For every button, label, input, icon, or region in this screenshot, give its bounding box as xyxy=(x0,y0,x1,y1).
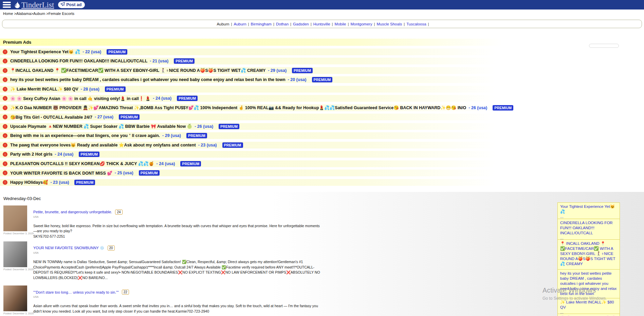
premium-ad-link[interactable]: ✨ Lake Merritt INCALL✨ $80 QV xyxy=(10,86,78,92)
sidebar-ad-link[interactable]: 📍 INCALL OAKLAND 📍 ✅FACETIME/CAR✅ WITH A… xyxy=(560,241,617,266)
premium-ad-row: ↑📍INCALL OAKLAND 📍 ✅FACETIME/CAR✅ WITH A… xyxy=(0,67,644,74)
premium-badge: PREMIUM xyxy=(174,58,195,64)
listing-title-link[interactable]: YOUR NEW FAVORITE SNOWBUNNY ❄️ xyxy=(33,246,105,250)
city-link-birmingham[interactable]: Birmingham xyxy=(251,22,272,26)
breadcrumb-state[interactable]: Alabama xyxy=(16,12,31,16)
premium-ad-meta: - 29 (usa) xyxy=(268,68,287,73)
listing-title-link[interactable]: "“Don't stare too long… unless you're re… xyxy=(33,290,119,294)
premium-ad-row: ↑CINDERELLA LOOKING FOR FUN!!! OAKLAND!!… xyxy=(0,58,644,64)
brand-logo[interactable]: TinderList xyxy=(14,1,54,9)
premium-ad-meta: - 24 (usa) xyxy=(157,161,175,166)
posted-date: Posted: December 3, 2025 xyxy=(3,232,34,235)
premium-ad-row: ↑✨ Lake Merritt INCALL✨ $80 QV- 28 (usa)… xyxy=(0,86,644,93)
bump-up-icon: ↑ xyxy=(3,133,7,138)
premium-badge: PREMIUM xyxy=(139,170,160,176)
premium-ad-link[interactable]: 📍INCALL OAKLAND 📍 ✅FACETIME/CAR✅ WITH A … xyxy=(10,68,265,73)
premium-ad-row: ↑YOUR WINTER FAVORITE IS BACK DONT MISS … xyxy=(0,170,644,176)
premium-ad-row: ↑😘Big Tits Girl - OUTCALL Available 24/7… xyxy=(0,114,644,120)
premium-ad-link[interactable]: The pawg that everyone loves😼 Ready and … xyxy=(10,142,196,147)
sidebar-more-ellipsis[interactable]: ... xyxy=(560,215,564,219)
premium-ad-meta: - 26 (usa) xyxy=(468,105,487,110)
city-link-huntsville[interactable]: Huntsville xyxy=(313,22,330,26)
city-link-muscle-shoals[interactable]: Muscle Shoals xyxy=(376,22,402,26)
listing-item: Posted: December 3, 2025 Petite, brunett… xyxy=(0,205,644,239)
bump-up-icon: ↑ xyxy=(3,180,7,185)
hamburger-menu-icon[interactable] xyxy=(3,2,11,8)
listing-photo[interactable] xyxy=(3,241,27,267)
sidebar-ad-link[interactable]: ✨ Lake Merritt INCALL✨ $80 QV xyxy=(560,300,617,310)
premium-ad-link[interactable]: 😘Big Tits Girl - OUTCALL Available 24/7 xyxy=(10,115,92,120)
listing-item: Posted: December 3, 2025 YOUR NEW FAVORI… xyxy=(0,241,644,280)
city-link-gadsden[interactable]: Gadsden xyxy=(293,22,309,26)
listing-photo[interactable] xyxy=(3,205,27,231)
bump-up-icon: ↑ xyxy=(3,171,7,175)
premium-ad-meta: - 23 (usa) xyxy=(50,180,69,185)
posted-date: Posted: December 3, 2025 xyxy=(3,312,34,315)
premium-ad-link[interactable]: Happy HOlidays🥰 xyxy=(10,180,48,185)
premium-ad-meta: - 22 (usa) xyxy=(82,50,101,54)
sidebar-premium-box: Your Tightest Experience Yet😼 💦 ... xyxy=(557,202,620,221)
listing-title-link[interactable]: Petite, brunette, and dangerously unforg… xyxy=(33,210,112,214)
sidebar-ad-link[interactable]: Your Tightest Experience Yet😼 💦 xyxy=(560,204,617,214)
premium-ad-link[interactable]: 🌸 🌸 Sexy CuRvy Asian 🌸 🌸 in call 🤙 visit… xyxy=(10,96,150,101)
premium-ad-link[interactable]: PLEASANTON OUTCALLS !! SEXY KOREAN💋 THIC… xyxy=(10,161,154,166)
city-link-mobile[interactable]: Mobile xyxy=(335,22,346,26)
premium-ad-row: ↑Upscale Playmate 🔺NEW NUMBER 💦 Super So… xyxy=(0,123,644,130)
city-current: Auburn xyxy=(217,22,229,26)
premium-ad-row: ↑Happy HOlidays🥰- 23 (usa)PREMIUM xyxy=(0,179,644,186)
sidebar-ad-link[interactable]: CINDERELLA LOOKING FOR FUN!!! OAKLAND!!!… xyxy=(560,220,617,236)
premium-ad-link[interactable]: Party with 2 Hot girls xyxy=(10,152,52,157)
city-link-tuscaloosa[interactable]: Tuscaloosa xyxy=(406,22,426,26)
breadcrumb-category[interactable]: Female Escorts xyxy=(49,12,74,16)
premium-badge: PREMIUM xyxy=(180,161,201,166)
premium-ad-link[interactable]: Being with me is an experience—one that … xyxy=(10,133,160,139)
premium-ad-link[interactable]: ✨K.O Daa NUMBER 🐻 PROVIDER 💂✨💕AMAZING Th… xyxy=(10,105,466,110)
city-nav-bar: Auburn| Auburn| Birmingham| Dothan| Gads… xyxy=(2,20,642,28)
bump-up-icon: ↑ xyxy=(3,50,7,54)
age-badge: 24 xyxy=(115,210,122,215)
city-link-montgomery[interactable]: Montgomery xyxy=(350,22,372,26)
premium-ad-link[interactable]: YOUR WINTER FAVORITE IS BACK DONT MISS 💕 xyxy=(10,171,112,176)
premium-ad-meta: - 23 (usa) xyxy=(198,143,217,147)
empty-ad-placeholder-box xyxy=(589,44,619,48)
sidebar-premium-box: 📍 INCALL OAKLAND 📍 ✅FACETIME/CAR✅ WITH A… xyxy=(557,239,620,273)
brand-name: TinderList xyxy=(21,1,54,9)
premium-ad-link[interactable]: hey its your best wettes petite baby DRE… xyxy=(10,77,286,82)
city-link-dothan[interactable]: Dothan xyxy=(276,22,289,26)
premium-ads-section: Premium Ads ↑Your Tightest Experience Ye… xyxy=(0,39,644,186)
premium-badge: PREMIUM xyxy=(105,86,126,92)
bump-up-icon: ↑ xyxy=(3,87,7,92)
premium-ad-meta: - 21 (usa) xyxy=(150,59,168,63)
premium-ad-meta: - 24 (usa) xyxy=(55,152,73,157)
breadcrumb-city[interactable]: Auburn xyxy=(33,12,45,16)
city-link-auburn[interactable]: Auburn xyxy=(234,22,246,26)
age-badge: 20 xyxy=(108,245,115,251)
listing-description: NEW IN TOWNMy name is Dallas !Seductive,… xyxy=(33,259,321,280)
bump-up-icon: ↑ xyxy=(3,115,7,119)
post-ad-button[interactable]: Post ad xyxy=(58,1,85,8)
premium-badge: PREMIUM xyxy=(493,105,513,111)
posted-date: Posted: December 3, 2025 xyxy=(3,268,34,271)
top-header-bar: TinderList Post ad xyxy=(0,0,644,9)
listing-photo[interactable] xyxy=(3,285,27,311)
premium-ad-link[interactable]: Your Tightest Experience Yet😼 💦 xyxy=(10,49,80,54)
bump-up-icon: ↑ xyxy=(3,77,7,82)
bump-up-icon: ↑ xyxy=(3,105,7,110)
premium-ad-link[interactable]: Upscale Playmate 🔺NEW NUMBER 💦 Super Soa… xyxy=(10,124,192,129)
premium-badge: PREMIUM xyxy=(219,124,239,129)
premium-ad-meta: - 27 (usa) xyxy=(95,115,113,119)
premium-ad-row: ↑The pawg that everyone loves😼 Ready and… xyxy=(0,142,644,149)
premium-badge: PREMIUM xyxy=(119,114,140,120)
premium-ad-link[interactable]: CINDERELLA LOOKING FOR FUN!!! OAKLAND!!!… xyxy=(10,59,147,63)
date-heading: Wednesday-03-Dec xyxy=(3,196,644,201)
listing-description: Asian allure with curves that speak loud… xyxy=(33,303,321,314)
bump-up-icon: ↑ xyxy=(3,96,7,101)
activate-windows-watermark: Activate Windows xyxy=(542,287,596,294)
premium-badge: PREMIUM xyxy=(74,180,95,185)
premium-ad-meta: - 29 (usa) xyxy=(162,133,181,138)
paper-plane-icon xyxy=(60,2,65,7)
bump-up-icon: ↑ xyxy=(3,161,7,166)
bump-up-icon: ↑ xyxy=(3,68,7,73)
breadcrumb-home[interactable]: Home xyxy=(3,12,13,16)
premium-ads-heading: Premium Ads xyxy=(0,39,644,46)
